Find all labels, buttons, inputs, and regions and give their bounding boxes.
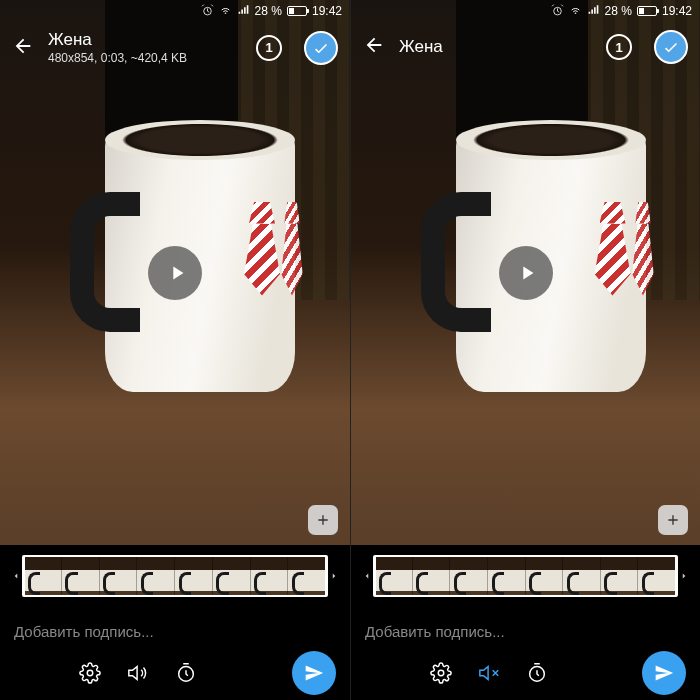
timeline-track[interactable] [373, 555, 678, 597]
back-button[interactable] [363, 34, 385, 60]
chevron-right-icon [328, 569, 340, 583]
speaker-icon[interactable] [126, 661, 150, 685]
send-button[interactable] [642, 651, 686, 695]
timer-icon[interactable] [174, 661, 198, 685]
play-button[interactable] [148, 246, 202, 300]
timeline-thumb [137, 557, 175, 595]
bottom-toolbar [0, 646, 350, 700]
media-info: 480x854, 0:03, ~420,4 KB [48, 51, 242, 65]
header: Жена 1 [351, 22, 700, 72]
alarm-icon [201, 3, 214, 19]
title-block: Жена [399, 37, 592, 57]
title-block: Жена 480x854, 0:03, ~420,4 KB [48, 30, 242, 65]
timeline-thumb [601, 557, 639, 595]
trim-handle-end[interactable] [675, 555, 677, 597]
wifi-icon [569, 3, 582, 19]
add-media-button[interactable] [658, 505, 688, 535]
recipient-name: Жена [399, 37, 592, 57]
trim-handle-start[interactable] [374, 555, 376, 597]
chevron-left-icon [10, 569, 22, 583]
timeline-thumb [100, 557, 138, 595]
alarm-icon [551, 3, 564, 19]
battery-icon [287, 6, 307, 16]
svg-point-2 [438, 670, 444, 676]
screen-left: 28 % 19:42 Жена 480x854, 0:03, ~420,4 KB… [0, 0, 350, 700]
video-trim-timeline[interactable] [0, 552, 350, 600]
battery-percent: 28 % [605, 4, 632, 18]
back-button[interactable] [12, 35, 34, 61]
wifi-icon [219, 3, 232, 19]
send-button[interactable] [292, 651, 336, 695]
timeline-thumb [24, 557, 62, 595]
trim-handle-end[interactable] [325, 555, 327, 597]
trim-handle-start[interactable] [23, 555, 25, 597]
confirm-check-button[interactable] [304, 31, 338, 65]
timeline-thumb [375, 557, 413, 595]
timeline-track[interactable] [22, 555, 328, 597]
chevron-right-icon [678, 569, 690, 583]
gear-icon[interactable] [78, 661, 102, 685]
timer-icon[interactable] [525, 661, 549, 685]
confirm-check-button[interactable] [654, 30, 688, 64]
status-bar: 28 % 19:42 [0, 0, 350, 22]
clock-text: 19:42 [662, 4, 692, 18]
speaker-muted-icon[interactable] [477, 661, 501, 685]
recipient-name: Жена [48, 30, 242, 50]
timeline-thumb [288, 557, 326, 595]
timeline-thumb [413, 557, 451, 595]
timeline-thumb [175, 557, 213, 595]
selection-count[interactable]: 1 [606, 34, 632, 60]
timeline-thumb [62, 557, 100, 595]
timeline-thumb [251, 557, 289, 595]
timeline-thumb [213, 557, 251, 595]
battery-icon [637, 6, 657, 16]
gear-icon[interactable] [429, 661, 453, 685]
caption-input[interactable]: Добавить подпись... [365, 623, 686, 640]
header: Жена 480x854, 0:03, ~420,4 KB 1 [0, 22, 350, 73]
timeline-thumb [450, 557, 488, 595]
battery-percent: 28 % [255, 4, 282, 18]
signal-icon [237, 3, 250, 19]
bottom-toolbar [351, 646, 700, 700]
selection-count[interactable]: 1 [256, 35, 282, 61]
timeline-thumb [488, 557, 526, 595]
video-preview[interactable] [351, 0, 700, 545]
timeline-thumb [638, 557, 676, 595]
svg-point-0 [87, 670, 93, 676]
play-button[interactable] [499, 246, 553, 300]
screen-right: 28 % 19:42 Жена 1 [350, 0, 700, 700]
clock-text: 19:42 [312, 4, 342, 18]
add-media-button[interactable] [308, 505, 338, 535]
timeline-thumb [563, 557, 601, 595]
signal-icon [587, 3, 600, 19]
video-preview[interactable] [0, 0, 350, 545]
video-trim-timeline[interactable] [351, 552, 700, 600]
timeline-thumb [526, 557, 564, 595]
caption-input[interactable]: Добавить подпись... [14, 623, 336, 640]
status-bar: 28 % 19:42 [351, 0, 700, 22]
chevron-left-icon [361, 569, 373, 583]
